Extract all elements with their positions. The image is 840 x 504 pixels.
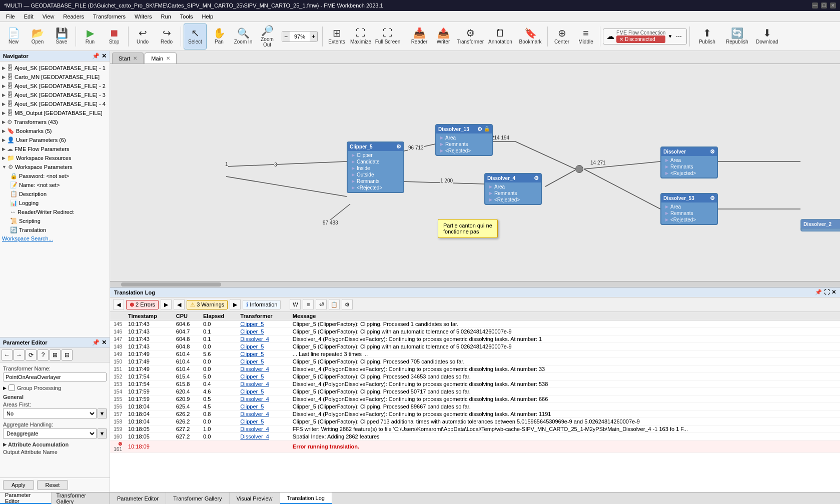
zoom-minus-btn[interactable]: − bbox=[282, 32, 290, 42]
trans-log-expand-icon[interactable]: ⛶ bbox=[824, 289, 829, 296]
bookmark-button[interactable]: 🔖 Bookmark bbox=[516, 24, 545, 50]
nav-item-ajout1[interactable]: ▶ 🗄 Ajout_SK [GEODATABASE_FILE] - 1 bbox=[0, 64, 110, 72]
nav-item-workspace-resources[interactable]: ▶ 📁 Workspace Resources bbox=[0, 154, 110, 162]
republish-button[interactable]: 🔄 Republish bbox=[722, 24, 751, 50]
canvas-area[interactable]: 3 1 96 713 214 194 14 271 1 200 97 483 C… bbox=[110, 64, 840, 287]
fme-flow-settings-icon[interactable]: ⋯ bbox=[674, 33, 683, 40]
nav-item-ajout2[interactable]: ▶ 🗄 Ajout_SK [GEODATABASE_FILE] - 2 bbox=[0, 82, 110, 90]
nav-item-ajout3[interactable]: ▶ 🗄 Ajout_SK [GEODATABASE_FILE] - 3 bbox=[0, 90, 110, 100]
nav-close-icon[interactable]: ✕ bbox=[102, 52, 107, 60]
log-transformer-link[interactable]: Dissolver_4 bbox=[240, 426, 269, 432]
log-errors-btn[interactable]: ⊗ 2 Errors bbox=[126, 300, 159, 310]
bottom-tab-transformer[interactable]: Transformer Gallery bbox=[166, 492, 229, 504]
log-transformer-link[interactable]: Dissolver_4 bbox=[240, 381, 269, 387]
transformer-dissolver[interactable]: Dissolver ⚙ Area Remnants <Rejected> bbox=[660, 146, 718, 178]
tab-param-editor[interactable]: Parameter Editor bbox=[0, 492, 52, 504]
navigator-content[interactable]: ▶ 🗄 Ajout_SK [GEODATABASE_FILE] - 1 ▶ 🗄 … bbox=[0, 62, 110, 337]
scrollbar-thumb[interactable] bbox=[121, 282, 221, 286]
nav-item-logging[interactable]: 📊 Logging bbox=[0, 198, 110, 208]
log-transformer-link[interactable]: Dissolver_4 bbox=[240, 366, 269, 372]
nav-item-translation[interactable]: 🔄 Translation bbox=[0, 226, 110, 234]
canvas-scrollbar[interactable] bbox=[110, 281, 840, 287]
zoom-input[interactable]: 97% bbox=[290, 34, 310, 40]
nav-item-fme-flow-params[interactable]: ▶ ☁ FME Flow Parameters bbox=[0, 144, 110, 154]
nav-item-user-params[interactable]: ▶ 👤 User Parameters (6) bbox=[0, 136, 110, 144]
menu-writers[interactable]: Writers bbox=[131, 12, 156, 20]
log-cell-transformer[interactable]: Clipper_5 bbox=[237, 343, 290, 350]
log-warnings-btn[interactable]: ⚠ 3 Warnings bbox=[187, 300, 228, 310]
nav-item-transformers[interactable]: ▶ ⚙ Transformers (43) bbox=[0, 118, 110, 126]
log-cell-transformer[interactable]: Dissolver_4 bbox=[237, 336, 290, 343]
log-cell-transformer[interactable]: Dissolver_4 bbox=[237, 433, 290, 440]
log-cell-transformer[interactable]: Dissolver_4 bbox=[237, 410, 290, 418]
annotation-button[interactable]: 🗒 Annotation bbox=[486, 24, 515, 50]
menu-view[interactable]: View bbox=[39, 12, 59, 20]
dissolver13-gear-icon[interactable]: ⚙ bbox=[477, 126, 482, 132]
log-cell-transformer[interactable]: Dissolver_4 bbox=[237, 380, 290, 388]
fullscreen-button[interactable]: ⛶ Full Screen bbox=[373, 24, 402, 50]
select-button[interactable]: ↖ Select bbox=[184, 24, 207, 50]
menu-edit[interactable]: Edit bbox=[20, 12, 38, 20]
log-transformer-link[interactable]: Clipper_5 bbox=[240, 344, 264, 350]
log-info-btn[interactable]: ℹ Information bbox=[243, 300, 281, 310]
menu-transformers[interactable]: Transformers bbox=[89, 12, 130, 20]
transformer-button[interactable]: ⚙ Transformer bbox=[456, 24, 485, 50]
log-cell-transformer[interactable]: Dissolver_4 bbox=[237, 366, 290, 373]
log-filter-w-btn[interactable]: W bbox=[290, 299, 301, 310]
extents-button[interactable]: ⊞ Extents bbox=[325, 24, 348, 50]
nav-item-password[interactable]: 🔒 Password: <not set> bbox=[0, 172, 110, 180]
reader-button[interactable]: 📥 Reader bbox=[408, 24, 431, 50]
transformer-dissolver2[interactable]: Dissolver_2 ⚙ bbox=[800, 219, 840, 232]
fme-flow-connection-area[interactable]: ☁ FME Flow Connection ✕ Disconnected ▼ ⋯ bbox=[603, 28, 687, 44]
transformer-dissolver53[interactable]: Dissolver_53 ⚙ Area Remnants <Rejected> bbox=[660, 193, 718, 225]
log-warn-nav-btn[interactable]: ◀ bbox=[174, 299, 185, 310]
log-filter-copy-btn[interactable]: 📋 bbox=[329, 299, 340, 310]
close-btn[interactable]: ✕ bbox=[830, 2, 836, 8]
nav-item-bookmarks[interactable]: ▶ 🔖 Bookmarks (5) bbox=[0, 126, 110, 136]
log-transformer-link[interactable]: Dissolver_4 bbox=[240, 434, 269, 440]
param-tf-name-input[interactable] bbox=[3, 372, 107, 382]
transformer-dissolver4[interactable]: Dissolver_4 ⚙ Area Remnants <Rejected> bbox=[484, 173, 542, 205]
menu-tools[interactable]: Tools bbox=[176, 12, 197, 20]
zoom-plus-btn[interactable]: + bbox=[310, 32, 317, 42]
apply-button[interactable]: Apply bbox=[3, 480, 34, 490]
minimize-btn[interactable]: — bbox=[812, 2, 818, 8]
fme-flow-dropdown-icon[interactable]: ▼ bbox=[667, 34, 672, 39]
nav-pin-icon[interactable]: 📌 bbox=[92, 52, 100, 60]
nav-item-mb-output[interactable]: ▶ 🗄 MB_Output [GEODATABASE_FILE] bbox=[0, 108, 110, 118]
tab-transformer-gallery[interactable]: Transformer Gallery bbox=[52, 492, 110, 504]
tab-main[interactable]: Main ✕ bbox=[145, 52, 177, 64]
open-button[interactable]: 📂 Open bbox=[26, 24, 49, 50]
log-filter-list-btn[interactable]: ≡ bbox=[303, 299, 314, 310]
log-transformer-link[interactable]: Clipper_5 bbox=[240, 328, 264, 334]
maximize-view-button[interactable]: ⛶ Maximize bbox=[349, 24, 372, 50]
log-cell-transformer[interactable]: Clipper_5 bbox=[237, 418, 290, 426]
menu-readers[interactable]: Readers bbox=[59, 12, 88, 20]
log-cell-transformer[interactable]: Clipper_5 bbox=[237, 350, 290, 358]
nav-item-search[interactable]: Workspace Search... bbox=[0, 234, 110, 242]
window-controls[interactable]: — ☐ ✕ bbox=[812, 2, 836, 8]
zoom-in-button[interactable]: 🔍 Zoom In bbox=[232, 24, 255, 50]
trans-log-close-icon[interactable]: ✕ bbox=[831, 289, 836, 296]
log-cell-transformer[interactable] bbox=[237, 440, 290, 453]
param-agg-select[interactable]: Deaggregate Accumulate bbox=[3, 428, 97, 438]
new-button[interactable]: 📄 New bbox=[2, 24, 25, 50]
maximize-btn[interactable]: ☐ bbox=[821, 2, 827, 8]
center-button[interactable]: ⊕ Center bbox=[550, 24, 573, 50]
log-cell-transformer[interactable]: Clipper_5 bbox=[237, 373, 290, 380]
param-collapse-btn[interactable]: ⊟ bbox=[62, 350, 73, 360]
log-transformer-link[interactable]: Clipper_5 bbox=[240, 351, 264, 357]
param-refresh-btn[interactable]: ⟳ bbox=[26, 350, 37, 360]
nav-item-carto[interactable]: ▶ 🗄 Carto_MN [GEODATABASE_FILE] bbox=[0, 72, 110, 82]
menu-help[interactable]: Help bbox=[198, 12, 217, 20]
param-close-icon[interactable]: ✕ bbox=[102, 339, 107, 346]
nav-item-scripting[interactable]: 📜 Scripting bbox=[0, 216, 110, 226]
log-filter-wrap-btn[interactable]: ⏎ bbox=[316, 299, 327, 310]
undo-button[interactable]: ↩ Undo bbox=[131, 24, 154, 50]
param-areas-select[interactable]: No Yes bbox=[3, 408, 97, 418]
log-settings-btn[interactable]: ⚙ bbox=[342, 299, 353, 310]
log-transformer-link[interactable]: Dissolver_4 bbox=[240, 336, 269, 342]
log-transformer-link[interactable]: Clipper_5 bbox=[240, 374, 264, 380]
trans-log-table[interactable]: Timestamp CPU Elapsed Transformer Messag… bbox=[110, 312, 840, 492]
bottom-tab-param[interactable]: Parameter Editor bbox=[110, 492, 166, 504]
